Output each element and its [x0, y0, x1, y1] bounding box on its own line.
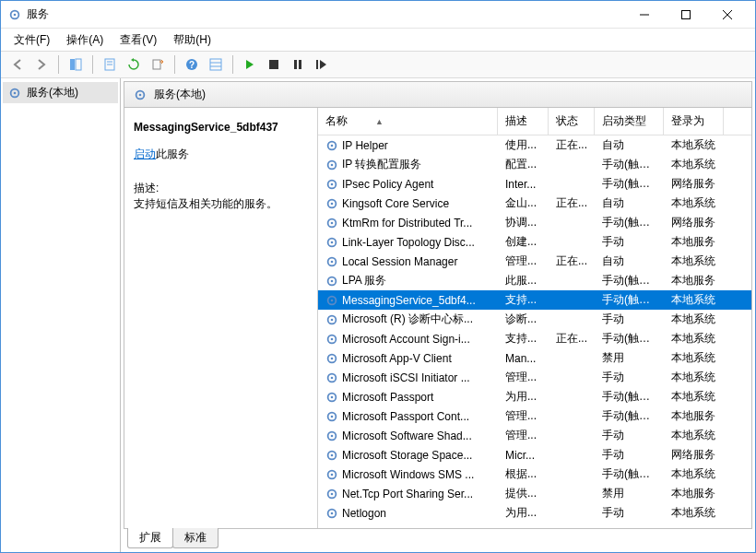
- service-row[interactable]: Netlogon为用...手动本地系统: [318, 503, 751, 523]
- service-row[interactable]: IPsec Policy AgentInter...手动(触发...网络服务: [318, 174, 751, 194]
- back-button[interactable]: [6, 53, 29, 76]
- tree-root-services[interactable]: 服务(本地): [3, 82, 118, 103]
- svg-point-60: [331, 473, 334, 476]
- gear-icon: [325, 371, 338, 384]
- service-logon: 本地系统: [664, 503, 724, 523]
- service-row[interactable]: Microsoft Windows SMS ...根据...手动(触发...本地…: [318, 465, 751, 484]
- list-body[interactable]: IP Helper使用...正在...自动本地系统IP 转换配置服务配置...手…: [318, 135, 751, 528]
- service-start: 手动(触发...: [595, 174, 664, 194]
- service-row[interactable]: Link-Layer Topology Disc...创建...手动本地服务: [318, 232, 751, 252]
- svg-point-62: [331, 492, 334, 495]
- service-row[interactable]: Microsoft iSCSI Initiator ...管理...手动本地系统: [318, 368, 751, 387]
- export-button[interactable]: [147, 53, 169, 76]
- col-start[interactable]: 启动类型: [595, 108, 664, 135]
- service-row[interactable]: Microsoft Passport Cont...管理...手动(触发...本…: [318, 406, 751, 426]
- close-button[interactable]: [706, 2, 748, 28]
- service-row[interactable]: Microsoft Storage Space...Micr...手动网络服务: [318, 445, 751, 465]
- service-row[interactable]: IP Helper使用...正在...自动本地系统: [318, 135, 751, 155]
- col-name[interactable]: 名称▲: [318, 108, 498, 135]
- service-logon: 网络服务: [664, 445, 724, 465]
- help-button[interactable]: ?: [181, 53, 203, 76]
- tab-standard[interactable]: 标准: [172, 528, 219, 548]
- service-row[interactable]: Microsoft App-V ClientMan...禁用本地系统: [318, 348, 751, 368]
- service-row[interactable]: KtmRm for Distributed Tr...协调...手动(触发...…: [318, 213, 751, 232]
- service-start: 手动(触发...: [595, 155, 664, 174]
- service-desc: 提供...: [498, 484, 549, 503]
- gear-icon: [325, 197, 338, 210]
- svg-point-54: [331, 415, 334, 418]
- service-logon: 本地系统: [664, 290, 724, 310]
- service-state: [549, 163, 595, 167]
- service-row[interactable]: Local Session Manager管理...正在...自动本地系统: [318, 252, 751, 271]
- stop-service-button[interactable]: [263, 53, 285, 76]
- service-logon: 网络服务: [664, 213, 724, 232]
- tab-extended[interactable]: 扩展: [127, 528, 173, 548]
- service-start: 禁用: [595, 348, 664, 368]
- forward-button[interactable]: [30, 53, 53, 76]
- service-row[interactable]: Net.Tcp Port Sharing Ser...提供...禁用本地服务: [318, 484, 751, 503]
- service-start: 手动: [595, 445, 664, 465]
- service-name: Microsoft iSCSI Initiator ...: [342, 371, 470, 384]
- start-service-button[interactable]: [239, 53, 261, 76]
- tabs: 扩展 标准: [124, 528, 752, 548]
- service-row[interactable]: Microsoft Account Sign-i...支持...正在...手动(…: [318, 329, 751, 348]
- gear-icon: [325, 429, 338, 442]
- minimize-button[interactable]: [623, 2, 665, 28]
- service-start: 手动(触发...: [595, 290, 664, 310]
- service-start: 手动(触发...: [595, 387, 664, 406]
- svg-point-36: [331, 241, 334, 243]
- pause-service-button[interactable]: [287, 53, 309, 76]
- gear-icon: [325, 352, 338, 365]
- service-desc: 诊断...: [498, 310, 549, 329]
- show-hide-tree-button[interactable]: [65, 53, 87, 76]
- service-desc: 管理...: [498, 426, 549, 445]
- service-row[interactable]: LPA 服务此服...手动(触发...本地服务: [318, 271, 751, 290]
- svg-rect-11: [153, 60, 160, 69]
- menu-view[interactable]: 查看(V): [112, 30, 164, 50]
- col-logon[interactable]: 登录为: [664, 108, 724, 135]
- gear-icon: [325, 236, 338, 249]
- col-state[interactable]: 状态: [549, 108, 595, 135]
- restart-service-button[interactable]: [311, 53, 333, 76]
- service-start: 手动(触发...: [595, 465, 664, 484]
- service-state: [549, 415, 595, 418]
- properties-button[interactable]: [99, 53, 121, 76]
- service-name: IPsec Policy Agent: [342, 178, 433, 191]
- service-state: 正在...: [549, 194, 595, 213]
- menu-file[interactable]: 文件(F): [6, 30, 57, 50]
- service-row[interactable]: MessagingService_5dbf4...支持...手动(触发...本地…: [318, 290, 751, 310]
- svg-point-24: [139, 93, 142, 96]
- service-start: 手动(触发...: [595, 271, 664, 290]
- service-logon: 本地服务: [664, 406, 724, 426]
- menu-help[interactable]: 帮助(H): [166, 30, 219, 50]
- svg-point-38: [331, 260, 334, 263]
- service-row[interactable]: Microsoft Software Shad...管理...手动本地系统: [318, 426, 751, 445]
- menubar: 文件(F) 操作(A) 查看(V) 帮助(H): [1, 29, 755, 51]
- service-row[interactable]: Kingsoft Core Service金山...正在...自动本地系统: [318, 194, 751, 213]
- service-desc: 支持...: [498, 329, 549, 348]
- detail-pane: MessagingService_5dbf437 启动此服务 描述: 支持短信及…: [124, 108, 318, 528]
- service-row[interactable]: IP 转换配置服务配置...手动(触发...本地系统: [318, 155, 751, 174]
- start-service-link[interactable]: 启动: [134, 147, 156, 160]
- col-desc[interactable]: 描述: [498, 108, 549, 135]
- service-logon: 本地系统: [664, 194, 724, 213]
- left-tree-pane: 服务(本地): [1, 78, 121, 552]
- refresh-button[interactable]: [123, 53, 145, 76]
- service-name: IP Helper: [342, 139, 388, 152]
- menu-action[interactable]: 操作(A): [59, 30, 111, 50]
- tree-root-label: 服务(本地): [27, 85, 78, 100]
- svg-point-32: [331, 202, 334, 205]
- service-name: Microsoft (R) 诊断中心标...: [342, 312, 473, 327]
- service-state: [549, 357, 595, 360]
- service-start: 手动(触发...: [595, 329, 664, 348]
- service-row[interactable]: Microsoft Passport为用...手动(触发...本地系统: [318, 387, 751, 406]
- service-name: Microsoft Software Shad...: [342, 429, 472, 442]
- service-name: Net.Tcp Port Sharing Ser...: [342, 488, 473, 500]
- service-state: [549, 241, 595, 244]
- list-button[interactable]: [205, 53, 227, 76]
- service-name: Microsoft Storage Space...: [342, 449, 472, 462]
- gear-icon: [325, 294, 338, 307]
- maximize-button[interactable]: [665, 2, 706, 28]
- svg-point-44: [331, 318, 334, 321]
- service-row[interactable]: Microsoft (R) 诊断中心标...诊断...手动本地系统: [318, 310, 751, 329]
